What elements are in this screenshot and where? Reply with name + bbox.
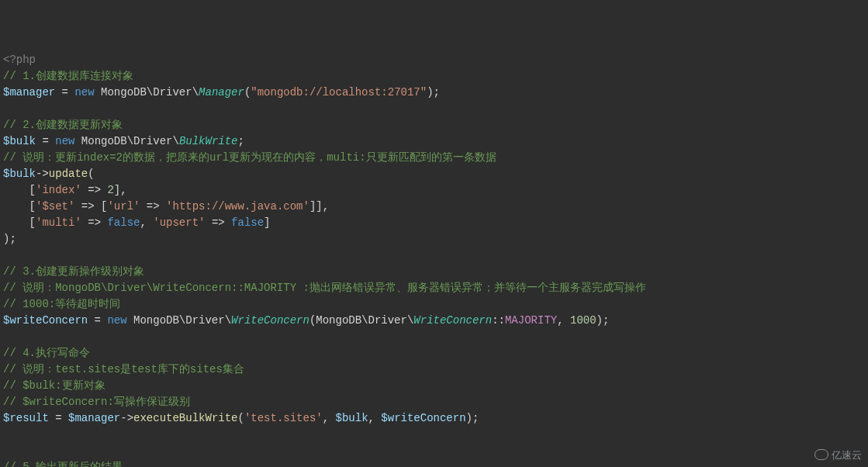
arrow-op: ->: [120, 412, 133, 424]
paren-close: );: [3, 233, 16, 245]
code-line-26: // 5.输出更新后的结果: [3, 459, 865, 467]
paren-open: (: [88, 168, 94, 180]
code-line-8: $bulk->update(: [3, 166, 865, 182]
code-line-3: $manager = new MongoDB\Driver\Manager("m…: [3, 85, 865, 101]
assign-op: =: [49, 412, 68, 424]
comma: ,: [323, 412, 336, 424]
key-url: 'url': [107, 200, 140, 213]
var-writeconcern: $writeConcern: [381, 412, 465, 424]
new-keyword: new: [107, 314, 126, 327]
paren-close: );: [597, 314, 610, 327]
key-index: 'index': [36, 184, 81, 196]
code-line-6: $bulk = new MongoDB\Driver\BulkWrite;: [3, 133, 865, 150]
namespace: MongoDB\Driver\: [127, 314, 231, 327]
code-line-17: $writeConcern = new MongoDB\Driver\Write…: [3, 313, 865, 329]
watermark-text: 亿速云: [832, 448, 862, 463]
fat-arrow: =>: [140, 200, 166, 213]
code-line-22: // $writeConcern:写操作保证级别: [3, 394, 865, 410]
num-2: 2: [107, 184, 113, 196]
blank-line: [3, 427, 865, 443]
comment-text: // 1000:等待超时时间: [3, 298, 120, 310]
code-line-5: // 2.创建数据更新对象: [3, 117, 865, 133]
bracket-close: ],: [114, 184, 127, 196]
str-testsites: 'test.sites': [244, 412, 323, 424]
blank-line: [3, 443, 865, 459]
code-line-20: // 说明：test.sites是test库下的sites集合: [3, 361, 865, 378]
code-line-14: // 3.创建更新操作级别对象: [3, 264, 865, 280]
comment-text: // 1.创建数据库连接对象: [3, 70, 133, 82]
var-writeconcern: $writeConcern: [3, 314, 88, 327]
paren-open-ns: (MongoDB\Driver\: [310, 314, 413, 327]
comment-text: // 4.执行写命令: [3, 347, 90, 359]
method-update: update: [49, 168, 88, 180]
var-manager: $manager: [3, 86, 55, 99]
new-keyword: new: [55, 135, 74, 147]
paren-close: );: [466, 412, 479, 424]
namespace: MongoDB\Driver\: [95, 86, 199, 99]
var-bulk: $bulk: [336, 412, 368, 424]
code-line-12: );: [3, 231, 865, 247]
key-multi: 'multi': [36, 216, 81, 229]
code-line-2: // 1.创建数据库连接对象: [3, 68, 865, 85]
class-writeconcern: WriteConcern: [231, 314, 310, 327]
fat-arrow: =>: [81, 216, 108, 229]
blank-line: [3, 247, 865, 264]
fat-arrow: =>: [205, 216, 231, 229]
method-executebulkwrite: executeBulkWrite: [133, 412, 237, 424]
code-line-15: // 说明：MongoDB\Driver\WriteConcern::MAJOR…: [3, 280, 865, 296]
fat-arrow: =>: [81, 184, 108, 196]
code-line-1: <?php: [3, 52, 865, 68]
key-upsert: 'upsert': [153, 216, 205, 229]
assign-op: =: [88, 314, 107, 327]
code-line-23: $result = $manager->executeBulkWrite('te…: [3, 410, 865, 427]
assign-op: =: [55, 86, 74, 99]
php-open-tag: <?php: [3, 54, 36, 66]
cloud-icon: [814, 449, 828, 460]
scope-resolution: ::: [492, 314, 505, 327]
bool-false: false: [231, 216, 264, 229]
comment-text: // 说明：test.sites是test库下的sites集合: [3, 363, 244, 375]
comma: ,: [557, 314, 570, 327]
bracket-close: ]],: [310, 200, 329, 213]
comment-text: // 5.输出更新后的结果: [3, 461, 123, 467]
watermark: 亿速云: [814, 448, 862, 463]
code-line-21: // $bulk:更新对象: [3, 378, 865, 394]
bool-false: false: [107, 216, 140, 229]
assign-op: =: [36, 135, 55, 147]
semicolon: ;: [238, 135, 244, 147]
comment-text: // 说明：MongoDB\Driver\WriteConcern::MAJOR…: [3, 282, 646, 294]
blank-line: [3, 329, 865, 345]
bracket: [: [3, 216, 36, 229]
fat-arrow-bracket: => [: [74, 200, 107, 213]
code-line-10: ['$set' => ['url' => 'https://www.java.c…: [3, 199, 865, 215]
bracket: [: [3, 184, 36, 196]
var-bulk: $bulk: [3, 135, 36, 147]
comment-text: // 3.创建更新操作级别对象: [3, 265, 144, 278]
class-bulkwrite: BulkWrite: [179, 135, 238, 147]
comma: ,: [368, 412, 382, 424]
code-line-7: // 说明：更新index=2的数据，把原来的url更新为现在的内容，multi…: [3, 150, 865, 166]
conn-string: "mongodb://localhost:27017": [251, 86, 427, 99]
var-result: $result: [3, 412, 49, 424]
paren-close: );: [427, 86, 440, 99]
namespace: MongoDB\Driver\: [74, 135, 178, 147]
url-string: 'https://www.java.com': [166, 200, 310, 213]
comment-text: // $bulk:更新对象: [3, 379, 105, 392]
comment-text: // 说明：更新index=2的数据，把原来的url更新为现在的内容，multi…: [3, 151, 496, 164]
arrow-op: ->: [36, 168, 49, 180]
code-block: <?php// 1.创建数据库连接对象$manager = new MongoD…: [3, 52, 865, 467]
num-1000: 1000: [570, 314, 597, 327]
bracket-close: ]: [264, 216, 270, 229]
new-keyword: new: [74, 86, 94, 99]
comment-text: // 2.创建数据更新对象: [3, 119, 123, 131]
code-line-9: ['index' => 2],: [3, 182, 865, 199]
comment-text: // $writeConcern:写操作保证级别: [3, 396, 190, 408]
class-manager: Manager: [199, 86, 244, 99]
paren-open: (: [237, 412, 244, 424]
code-line-11: ['multi' => false, 'upsert' => false]: [3, 215, 865, 231]
class-writeconcern: WriteConcern: [413, 314, 492, 327]
code-line-16: // 1000:等待超时时间: [3, 296, 865, 313]
code-line-19: // 4.执行写命令: [3, 345, 865, 361]
const-majority: MAJORITY: [505, 314, 557, 327]
var-bulk: $bulk: [3, 168, 36, 180]
